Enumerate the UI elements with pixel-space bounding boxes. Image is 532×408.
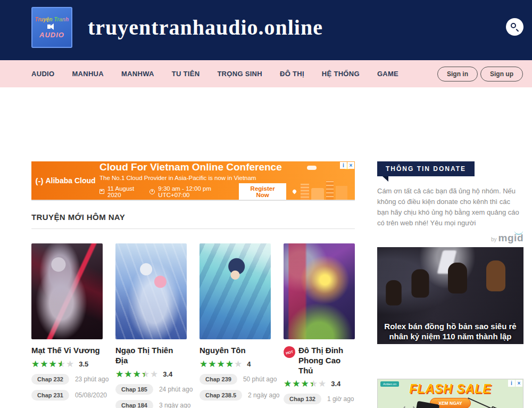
site-title[interactable]: truyentranhaudio.online [88, 15, 323, 40]
info-icon[interactable]: i [340, 162, 347, 169]
hot-badge: HOT [282, 345, 297, 360]
nav-item-manhwa[interactable]: MANHWA [121, 70, 154, 78]
banner-date: 11 August 2020 [107, 185, 142, 198]
logo-text-top: Truyện Tranh [35, 17, 69, 22]
native-ad-caption[interactable]: Rolex bán đồng hồ bản sao siêu rẻ nhân k… [377, 322, 523, 342]
building-shape [336, 186, 347, 200]
mgid-logo: mgid [498, 232, 523, 243]
ad-choice-controls: i × [340, 162, 354, 169]
banner-subtitle: The No.1 Cloud Provider in Asia-Pacific … [99, 175, 296, 181]
donate-heading: THÔNG TIN DONATE [377, 161, 475, 176]
nav-item-audio[interactable]: AUDIO [31, 70, 54, 78]
comic-title[interactable]: Nguyên Tôn [200, 346, 246, 356]
comic-cover[interactable] [200, 243, 271, 339]
rating-value: 3.4 [163, 370, 172, 378]
nav-item-manhua[interactable]: MANHUA [72, 70, 104, 78]
main-content: (-) Alibaba Cloud Cloud For Vietnam Onli… [31, 161, 355, 408]
header: Truyện Tranh AUDIO truyentranhaudio.onli… [0, 0, 532, 60]
rating-value: 3.5 [79, 360, 88, 368]
chapter-time: 2 ngày ago [248, 391, 279, 399]
nav-item-game[interactable]: GAME [377, 70, 398, 78]
main-nav: AUDIO MANHUA MANHWA TU TIÊN TRỌNG SINH Đ… [0, 60, 532, 87]
chapter-row: Chap 232 23 phút ago [31, 374, 103, 385]
alibaba-ad-banner[interactable]: (-) Alibaba Cloud Cloud For Vietnam Onli… [31, 161, 355, 200]
alibaba-brand-text: Alibaba Cloud [45, 176, 95, 185]
chapter-badge[interactable]: Chap 239 [200, 374, 237, 385]
chapter-row: Chap 239 50 phút ago [200, 374, 271, 385]
sign-up-button[interactable]: Sign up [480, 67, 523, 81]
nav-item-tu-tien[interactable]: TU TIÊN [172, 70, 200, 78]
nav-item-trong-sinh[interactable]: TRỌNG SINH [217, 70, 262, 78]
alibaba-cloud-logo: (-) Alibaba Cloud [31, 176, 99, 185]
comic-card-grid: Mạt Thế Vi Vương 3.5 Chap 232 23 phút ag… [31, 243, 355, 408]
comic-cover[interactable] [284, 243, 355, 339]
sign-in-button[interactable]: Sign in [437, 67, 478, 81]
comic-card: Ngạo Thị Thiên Địa 3.4 Chap 185 24 phút … [115, 243, 187, 408]
stars-filled-icon [31, 360, 62, 369]
star-rating: 3.4 [284, 379, 355, 388]
flash-sale-title: FLASH SALE [378, 382, 523, 396]
chapter-row: Chap 238.5 2 ngày ago [200, 390, 271, 401]
chapter-badge[interactable]: Chap 238.5 [200, 390, 242, 401]
chapter-badge[interactable]: Chap 185 [115, 384, 153, 395]
chapter-time: 24 phút ago [159, 386, 193, 393]
mgid-attribution[interactable]: bymgid [377, 232, 523, 244]
chapter-badge[interactable]: Chap 132 [284, 394, 321, 404]
stars-filled-icon [200, 360, 234, 369]
chapter-badge[interactable]: Chap 231 [31, 390, 69, 401]
comic-card: Nguyên Tôn 4 Chap 239 50 phút ago Chap 2… [200, 243, 271, 408]
rating-value: 3.4 [331, 380, 340, 388]
cloud-icon [307, 166, 317, 170]
logo-text-bottom: AUDIO [39, 31, 64, 39]
chapter-row: Chap 184 3 ngày ago [115, 400, 187, 408]
banner-title: Cloud For Vietnam Online Conference [99, 162, 296, 173]
close-icon[interactable]: × [516, 380, 522, 387]
chapter-row: Chap 231 05/08/2020 [31, 390, 103, 401]
ad-choice-controls: i × [508, 380, 522, 387]
search-icon [511, 23, 516, 28]
banner-meta: 11 August 2020 9:30 am - 12:00 pm UTC+07… [99, 183, 296, 200]
info-icon[interactable]: i [508, 380, 515, 387]
comic-cover[interactable] [31, 243, 103, 339]
rating-value: 4 [247, 360, 251, 368]
star-rating: 3.5 [31, 360, 103, 369]
chapter-badge[interactable]: Chap 232 [31, 374, 69, 385]
close-icon[interactable]: × [347, 162, 354, 169]
alibaba-logo-icon: (-) [35, 176, 43, 185]
nav-item-do-thi[interactable]: ĐÔ THỊ [280, 70, 304, 78]
building-shape [326, 181, 334, 200]
search-button[interactable] [506, 18, 523, 36]
calendar-icon [99, 189, 104, 194]
comic-card: Mạt Thế Vi Vương 3.5 Chap 232 23 phút ag… [31, 243, 103, 408]
nav-items: AUDIO MANHUA MANHWA TU TIÊN TRỌNG SINH Đ… [31, 70, 398, 78]
nav-item-he-thong[interactable]: HỆ THỐNG [322, 70, 360, 78]
chapter-row: Chap 132 1 giờ ago [284, 394, 355, 404]
chapter-badge[interactable]: Chap 184 [115, 400, 153, 408]
mgid-by-label: by [491, 236, 497, 242]
register-now-button[interactable]: Register Now [239, 183, 286, 200]
comic-title[interactable]: Ngạo Thị Thiên Địa [115, 346, 187, 366]
banner-text: Cloud For Vietnam Online Conference The … [99, 161, 296, 200]
chapter-row: Chap 185 24 phút ago [115, 384, 187, 395]
cable-shape [403, 405, 415, 408]
section-title: TRUYỆN MỚI HÔM NAY [31, 213, 355, 222]
stars-filled-icon [284, 379, 313, 388]
chapter-time: 50 phút ago [243, 376, 277, 383]
donate-text: Cám ơn tất cả các bạn đã ủng hộ nhóm. Nế… [377, 186, 523, 229]
chapter-time: 23 phút ago [75, 376, 109, 383]
comic-cover[interactable] [115, 243, 187, 339]
building-shape [301, 184, 309, 200]
speaker-icon [47, 23, 57, 30]
star-rating: 4 [200, 360, 271, 369]
ad-source-badge: Antien.vn [380, 381, 399, 387]
section-divider [31, 229, 355, 229]
building-shape [311, 188, 324, 200]
comic-title[interactable]: Đô Thị Đỉnh Phong Cao Thủ [298, 346, 355, 376]
chapter-time: 3 ngày ago [159, 402, 190, 408]
site-logo[interactable]: Truyện Tranh AUDIO [31, 7, 72, 48]
flash-sale-ad[interactable]: Antien.vn i × FLASH SALE XEM NGAY [377, 379, 523, 408]
comic-title[interactable]: Mạt Thế Vi Vương [31, 346, 100, 356]
star-rating: 3.4 [115, 370, 187, 379]
rolex-native-ad[interactable]: Rolex bán đồng hồ bản sao siêu rẻ nhân k… [377, 247, 523, 344]
chapter-time: 1 giờ ago [327, 395, 354, 403]
